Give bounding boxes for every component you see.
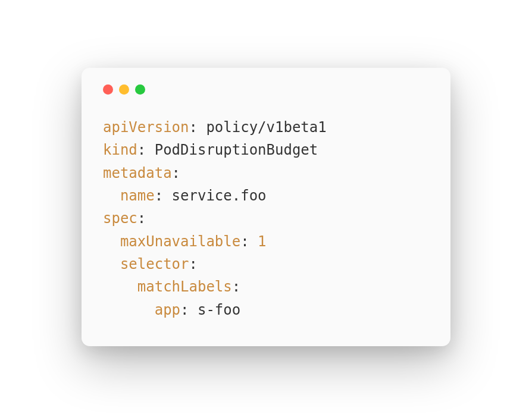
yaml-colon: : bbox=[232, 278, 240, 295]
yaml-colon: : bbox=[155, 187, 163, 204]
yaml-key: app bbox=[155, 302, 180, 318]
yaml-key: selector bbox=[120, 256, 189, 272]
maximize-icon[interactable] bbox=[135, 84, 145, 95]
yaml-colon: : bbox=[172, 165, 180, 181]
yaml-value: PodDisruptionBudget bbox=[155, 142, 318, 158]
yaml-colon: : bbox=[180, 302, 189, 318]
yaml-key: name bbox=[120, 187, 155, 204]
code-line: metadata: bbox=[103, 162, 429, 184]
code-line: name: service.foo bbox=[103, 184, 429, 207]
code-line: kind: PodDisruptionBudget bbox=[103, 139, 429, 161]
code-line: app: s-foo bbox=[103, 299, 429, 321]
yaml-colon: : bbox=[240, 233, 249, 250]
yaml-colon: : bbox=[137, 142, 146, 158]
code-line: apiVersion: policy/v1beta1 bbox=[103, 116, 429, 139]
yaml-key: kind bbox=[103, 142, 137, 158]
yaml-key: apiVersion bbox=[103, 119, 189, 136]
yaml-colon: : bbox=[189, 119, 198, 136]
yaml-colon: : bbox=[137, 210, 146, 227]
code-block: apiVersion: policy/v1beta1kind: PodDisru… bbox=[103, 116, 429, 322]
yaml-value: 1 bbox=[258, 233, 266, 250]
code-line: maxUnavailable: 1 bbox=[103, 230, 429, 253]
code-line: matchLabels: bbox=[103, 275, 429, 298]
window-traffic-lights bbox=[103, 84, 429, 95]
code-window: apiVersion: policy/v1beta1kind: PodDisru… bbox=[82, 68, 450, 347]
yaml-key: maxUnavailable bbox=[120, 233, 240, 250]
yaml-value: service.foo bbox=[172, 187, 267, 204]
yaml-value: s-foo bbox=[198, 302, 240, 318]
code-line: selector: bbox=[103, 253, 429, 275]
yaml-value: policy/v1beta1 bbox=[206, 119, 326, 136]
yaml-colon: : bbox=[189, 256, 198, 272]
minimize-icon[interactable] bbox=[119, 84, 129, 95]
yaml-key: spec bbox=[103, 210, 137, 227]
yaml-key: metadata bbox=[103, 165, 172, 181]
code-line: spec: bbox=[103, 207, 429, 230]
yaml-key: matchLabels bbox=[137, 278, 232, 295]
close-icon[interactable] bbox=[103, 84, 113, 95]
